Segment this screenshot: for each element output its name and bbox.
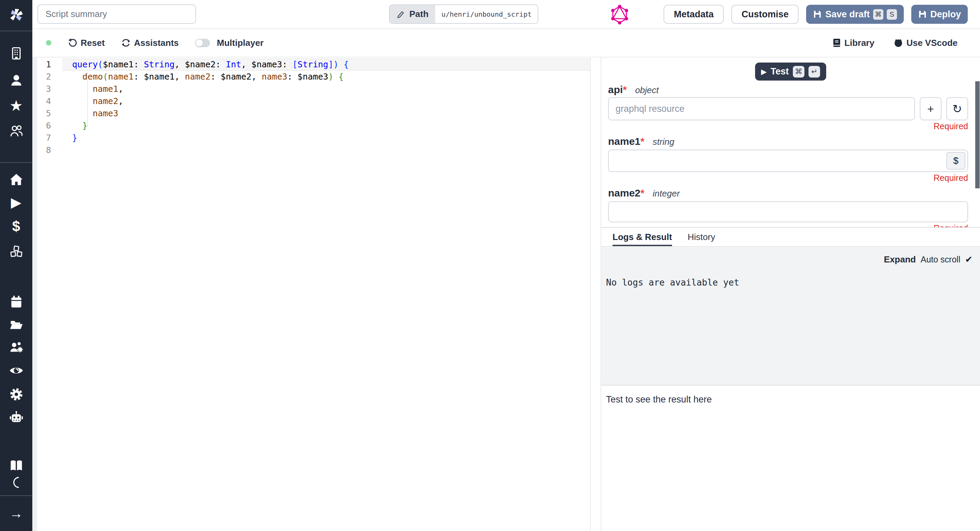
- code-line[interactable]: 4 name2,: [37, 95, 590, 108]
- add-resource-button[interactable]: +: [920, 97, 942, 120]
- path-value[interactable]: u/henri/unbound_script: [435, 5, 538, 23]
- name1-input[interactable]: [608, 150, 968, 172]
- result-panel: Test to see the result here: [601, 385, 980, 531]
- sidebar-expand-button[interactable]: →: [0, 506, 32, 521]
- no-logs-message: No logs are available yet: [606, 277, 739, 288]
- sidebar-item-runs[interactable]: ▶: [0, 195, 32, 210]
- customise-button[interactable]: Customise: [731, 5, 799, 24]
- code-line[interactable]: 2 demo(name1: $name1, name2: $name2, nam…: [37, 71, 590, 83]
- line-number: 4: [37, 95, 62, 108]
- code-text: name1,: [62, 83, 590, 95]
- multiplayer-label: Multiplayer: [217, 38, 263, 48]
- auto-scroll-checkbox[interactable]: ✔: [965, 254, 972, 265]
- line-number: 3: [37, 83, 62, 95]
- sidebar-item-workspace[interactable]: [0, 46, 32, 61]
- sidebar-item-groups[interactable]: [0, 339, 32, 355]
- pencil-icon: [396, 10, 405, 19]
- sidebar-item-docs[interactable]: [0, 458, 32, 473]
- sidebar-item-audit-logs[interactable]: [0, 363, 32, 378]
- arrow-right-icon: →: [10, 506, 23, 521]
- toggle-knob: [196, 40, 203, 47]
- code-line[interactable]: 8: [37, 144, 590, 156]
- home-icon: [9, 172, 24, 187]
- folder-icon: [9, 317, 24, 333]
- edit-path-button[interactable]: Path: [390, 5, 435, 23]
- test-panel: ▶ Test ⌘ ↵ api* object + ↻ Required name…: [601, 57, 980, 531]
- graphql-logo: [611, 5, 628, 24]
- sidebar-divider: [0, 30, 32, 31]
- sidebar-item-settings[interactable]: [0, 387, 32, 402]
- metadata-label: Metadata: [674, 9, 714, 20]
- cmd-key-badge: ⌘: [873, 9, 883, 20]
- windmill-logo[interactable]: [0, 8, 32, 23]
- save-draft-button[interactable]: Save draft ⌘ S: [806, 5, 904, 24]
- robot-icon: [8, 410, 24, 425]
- sidebar-item-folders[interactable]: [0, 317, 32, 333]
- eye-icon: [8, 363, 24, 378]
- script-arguments-form: api* object + ↻ Required name1* string $…: [601, 84, 980, 227]
- field-label-name1: name1* string: [608, 136, 968, 147]
- expand-button[interactable]: Expand: [884, 254, 916, 265]
- users-icon: [9, 123, 24, 139]
- required-hint: Required: [608, 223, 968, 227]
- reset-label: Reset: [81, 38, 105, 48]
- code-lines[interactable]: 1query($name1: String, $name2: Int, $nam…: [37, 59, 590, 156]
- script-summary-input[interactable]: [37, 5, 196, 24]
- enter-key-badge: ↵: [808, 66, 820, 78]
- code-line[interactable]: 3 name1,: [37, 83, 590, 95]
- sidebar-item-home[interactable]: [0, 172, 32, 187]
- cmd-key-badge: ⌘: [793, 66, 804, 78]
- moon-icon: [9, 475, 24, 490]
- sidebar-item-resources[interactable]: [0, 244, 32, 259]
- sidebar-item-user[interactable]: [0, 73, 32, 89]
- refresh-resource-button[interactable]: ↻: [946, 97, 968, 120]
- metadata-button[interactable]: Metadata: [663, 5, 724, 24]
- api-resource-input[interactable]: [608, 97, 915, 120]
- field-label-api: api* object: [608, 84, 968, 95]
- user-icon: [9, 73, 24, 89]
- sidebar-item-users[interactable]: [0, 123, 32, 139]
- deploy-button[interactable]: Deploy: [911, 5, 968, 24]
- cubes-icon: [9, 244, 24, 259]
- use-vscode-button[interactable]: Use VScode: [894, 38, 958, 48]
- library-book-icon: [832, 38, 841, 48]
- code-line[interactable]: 5 name3: [37, 108, 590, 120]
- line-number: 6: [37, 120, 62, 132]
- required-asterisk: *: [640, 136, 644, 147]
- multiplayer-toggle[interactable]: [195, 39, 210, 47]
- form-scrollbar[interactable]: [975, 81, 980, 188]
- field-label-name2: name2* integer: [608, 188, 968, 198]
- insert-variable-button[interactable]: $: [946, 152, 966, 170]
- result-tabs: Logs & Result History: [601, 227, 980, 247]
- sidebar-item-variables[interactable]: $: [0, 219, 32, 234]
- tab-logs-result[interactable]: Logs & Result: [612, 228, 672, 246]
- reset-button[interactable]: Reset: [68, 38, 105, 48]
- code-editor[interactable]: 1query($name1: String, $name2: Int, $nam…: [32, 57, 591, 531]
- code-line[interactable]: 7}: [37, 132, 590, 144]
- github-icon: [894, 38, 903, 48]
- sidebar-divider: [0, 162, 32, 163]
- code-line[interactable]: 6 }: [37, 120, 590, 132]
- assistants-button[interactable]: Assistants: [121, 38, 179, 48]
- tab-history[interactable]: History: [688, 228, 715, 246]
- dollar-icon: $: [953, 155, 959, 166]
- sidebar-item-favorites[interactable]: ★: [0, 98, 32, 114]
- field-type: string: [653, 137, 675, 147]
- sidebar-item-schedules[interactable]: [0, 294, 32, 310]
- sidebar-item-dark-mode[interactable]: [0, 475, 32, 490]
- code-text: [62, 144, 590, 156]
- customise-label: Customise: [741, 9, 788, 20]
- sidebar-item-ai[interactable]: [0, 410, 32, 425]
- path-label: Path: [409, 9, 428, 19]
- code-line[interactable]: 1query($name1: String, $name2: Int, $nam…: [37, 59, 590, 71]
- editor-toolbar: Reset Assistants Multiplayer Library: [32, 29, 980, 57]
- name2-input[interactable]: [608, 201, 968, 222]
- use-vscode-label: Use VScode: [907, 38, 958, 48]
- required-asterisk: *: [640, 187, 644, 198]
- field-type: integer: [653, 188, 680, 198]
- script-path: Path u/henri/unbound_script: [389, 5, 538, 24]
- save-draft-label: Save draft: [825, 9, 870, 20]
- test-button[interactable]: ▶ Test ⌘ ↵: [755, 63, 826, 81]
- book-icon: [9, 458, 24, 473]
- library-button[interactable]: Library: [832, 38, 875, 48]
